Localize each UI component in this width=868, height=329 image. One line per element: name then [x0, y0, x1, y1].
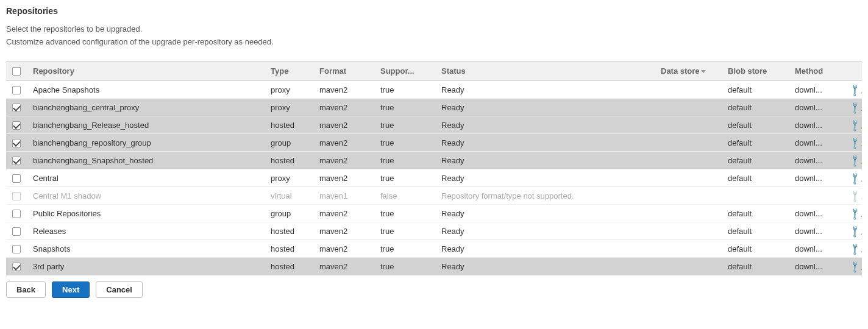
- header-datastore[interactable]: Data store: [655, 61, 722, 81]
- cell-supported: false: [374, 187, 435, 205]
- cell-status: Ready: [435, 169, 655, 187]
- row-checkbox[interactable]: [12, 104, 21, 112]
- cell-method: downl...: [789, 205, 844, 222]
- row-checkbox[interactable]: [12, 86, 21, 94]
- wrench-icon[interactable]: 🔧: [848, 153, 862, 167]
- description-line-2: Customize advanced configuration of the …: [6, 36, 862, 49]
- cell-method: downl...: [789, 222, 844, 240]
- table-row[interactable]: bianchengbang_repository_groupgroupmaven…: [6, 134, 862, 152]
- cancel-button[interactable]: Cancel: [96, 281, 143, 298]
- cell-format: maven2: [313, 116, 374, 134]
- cell-method: downl...: [789, 152, 844, 169]
- cell-type: group: [265, 134, 313, 152]
- cell-format: maven2: [313, 134, 374, 152]
- cell-supported: true: [374, 99, 435, 116]
- cell-status: Ready: [435, 134, 655, 152]
- row-checkbox[interactable]: [12, 139, 21, 147]
- cell-supported: true: [374, 152, 435, 169]
- row-checkbox[interactable]: [12, 245, 21, 253]
- table-row[interactable]: Central M1 shadowvirtualmaven1falseRepos…: [6, 187, 862, 205]
- cell-supported: true: [374, 81, 435, 99]
- cell-repository: Public Repositories: [27, 205, 265, 222]
- cell-supported: true: [374, 134, 435, 152]
- wrench-icon[interactable]: 🔧: [848, 241, 862, 255]
- cell-blobstore: default: [722, 99, 789, 116]
- cell-checkbox: [6, 134, 27, 152]
- cell-actions: 🔧: [844, 134, 862, 152]
- table-row[interactable]: Public Repositoriesgroupmaven2trueReadyd…: [6, 205, 862, 222]
- header-checkbox-cell: [6, 61, 27, 81]
- header-datastore-label: Data store: [661, 66, 700, 76]
- cell-repository: Apache Snapshots: [27, 81, 265, 99]
- next-button[interactable]: Next: [52, 281, 90, 298]
- table-row[interactable]: Centralproxymaven2trueReadydefaultdownl.…: [6, 169, 862, 187]
- cell-actions: 🔧: [844, 99, 862, 116]
- header-repository[interactable]: Repository: [27, 61, 265, 81]
- select-all-checkbox[interactable]: [12, 67, 21, 76]
- table-row[interactable]: Releaseshostedmaven2trueReadydefaultdown…: [6, 222, 862, 240]
- cell-blobstore: default: [722, 81, 789, 99]
- wrench-icon[interactable]: 🔧: [848, 100, 862, 114]
- cell-type: hosted: [265, 222, 313, 240]
- row-checkbox[interactable]: [12, 121, 21, 130]
- cell-method: downl...: [789, 116, 844, 134]
- table-row[interactable]: 3rd partyhostedmaven2trueReadydefaultdow…: [6, 258, 862, 275]
- row-checkbox[interactable]: [12, 157, 21, 165]
- header-format[interactable]: Format: [313, 61, 374, 81]
- cell-blobstore: default: [722, 222, 789, 240]
- row-checkbox[interactable]: [12, 174, 21, 183]
- cell-checkbox: [6, 258, 27, 275]
- wrench-icon[interactable]: 🔧: [848, 259, 862, 273]
- cell-checkbox: [6, 99, 27, 116]
- cell-checkbox: [6, 205, 27, 222]
- table-row[interactable]: Snapshotshostedmaven2trueReadydefaultdow…: [6, 240, 862, 258]
- cell-blobstore: default: [722, 152, 789, 169]
- row-checkbox[interactable]: [12, 263, 21, 271]
- header-status[interactable]: Status: [435, 61, 655, 81]
- sort-desc-icon: [701, 70, 706, 73]
- wrench-icon[interactable]: 🔧: [848, 206, 862, 220]
- cell-status: Ready: [435, 99, 655, 116]
- cell-datastore: [655, 116, 722, 134]
- repositories-table: Repository Type Format Suppor... Status …: [6, 61, 862, 276]
- header-blobstore[interactable]: Blob store: [722, 61, 789, 81]
- cell-format: maven2: [313, 205, 374, 222]
- cell-format: maven2: [313, 258, 374, 275]
- wrench-icon[interactable]: 🔧: [848, 224, 862, 238]
- cell-repository: Central M1 shadow: [27, 187, 265, 205]
- cell-format: maven1: [313, 187, 374, 205]
- back-button[interactable]: Back: [6, 281, 46, 298]
- table-row[interactable]: bianchengbang_Release_hostedhostedmaven2…: [6, 116, 862, 134]
- row-checkbox[interactable]: [12, 227, 21, 236]
- cell-format: maven2: [313, 222, 374, 240]
- header-actions: [844, 61, 862, 81]
- cell-blobstore: default: [722, 169, 789, 187]
- table-row[interactable]: Apache Snapshotsproxymaven2trueReadydefa…: [6, 81, 862, 99]
- wrench-icon[interactable]: 🔧: [848, 135, 862, 149]
- cell-repository: 3rd party: [27, 258, 265, 275]
- cell-supported: true: [374, 222, 435, 240]
- header-method[interactable]: Method: [789, 61, 844, 81]
- wrench-icon[interactable]: 🔧: [848, 118, 862, 132]
- cell-method: downl...: [789, 240, 844, 258]
- cell-checkbox: [6, 240, 27, 258]
- cell-method: downl...: [789, 99, 844, 116]
- row-checkbox: [12, 192, 21, 200]
- cell-blobstore: default: [722, 258, 789, 275]
- header-type[interactable]: Type: [265, 61, 313, 81]
- cell-type: hosted: [265, 152, 313, 169]
- table-row[interactable]: bianchengbang_central_proxyproxymaven2tr…: [6, 99, 862, 116]
- cell-actions: 🔧: [844, 240, 862, 258]
- cell-status: Repository format/type not supported.: [435, 187, 655, 205]
- cell-actions: 🔧: [844, 187, 862, 205]
- row-checkbox[interactable]: [12, 210, 21, 218]
- header-supported[interactable]: Suppor...: [374, 61, 435, 81]
- wrench-icon[interactable]: 🔧: [848, 82, 862, 96]
- cell-checkbox: [6, 81, 27, 99]
- cell-datastore: [655, 205, 722, 222]
- cell-type: virtual: [265, 187, 313, 205]
- wrench-icon[interactable]: 🔧: [848, 171, 862, 185]
- cell-datastore: [655, 240, 722, 258]
- table-row[interactable]: bianchengbang_Snapshot_hostedhostedmaven…: [6, 152, 862, 169]
- description-line-1: Select the repositories to be upgraded.: [6, 23, 862, 36]
